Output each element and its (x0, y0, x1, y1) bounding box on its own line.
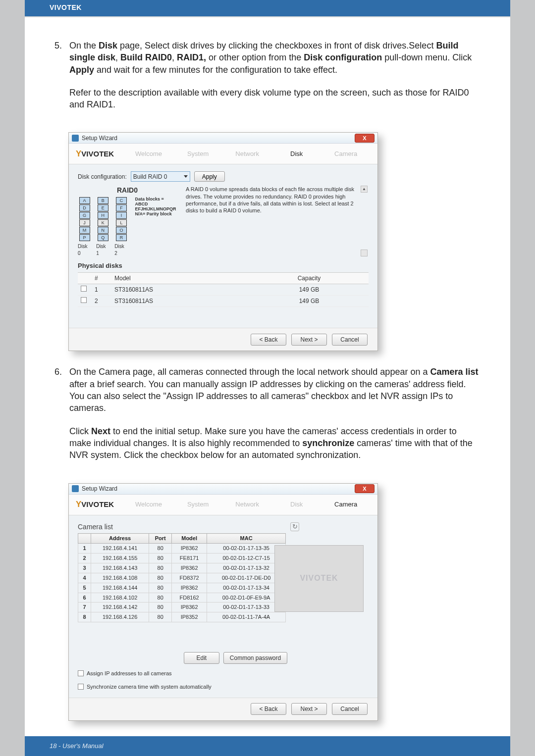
refresh-icon[interactable]: ↻ (290, 522, 299, 531)
tab-welcome[interactable]: Welcome (124, 500, 173, 509)
table-row[interactable]: 1192.168.4.14180IP836200-02-D1-17-13-35 (78, 544, 286, 554)
table-row[interactable]: 2ST3160811AS149 GB (78, 296, 369, 307)
cancel-button[interactable]: Cancel (332, 703, 368, 715)
chevron-down-icon (184, 175, 188, 178)
disk-config-dropdown[interactable]: Build RAID 0 (131, 171, 190, 182)
table-row[interactable]: 5192.168.4.14480IP836200-02-D1-17-13-34 (78, 583, 286, 593)
app-icon (72, 135, 79, 142)
cancel-button[interactable]: Cancel (332, 334, 368, 346)
checkbox-sync-time[interactable] (78, 684, 84, 690)
logo: YVIVOTEK (76, 149, 114, 160)
table-row[interactable]: 8192.168.4.12680IP835200-02-D1-11-7A-4A (78, 612, 286, 622)
step6-para1: On the Camera page, all cameras connecte… (69, 366, 481, 414)
disk-config-label: Disk configuration: (78, 173, 127, 181)
window-title: Setup Wizard (82, 134, 355, 142)
tab-camera[interactable]: Camera (321, 150, 371, 158)
tab-network[interactable]: Network (222, 150, 272, 158)
page-footer: 18 - User's Manual (25, 736, 510, 756)
next-button[interactable]: Next > (291, 334, 327, 346)
checkbox-assign-ip[interactable] (78, 670, 84, 676)
table-row[interactable]: 3192.168.4.14380IP836200-02-D1-17-13-32 (78, 563, 286, 573)
table-row[interactable]: 2192.168.4.15580FE817100-02-D1-12-C7-15 (78, 554, 286, 563)
physical-disks-title: Physical disks (78, 261, 369, 270)
edit-button[interactable]: Edit (184, 652, 219, 664)
raid-description: A RAID 0 volume spreads data blocks of e… (186, 186, 369, 256)
common-password-button[interactable]: Common password (223, 652, 287, 664)
raid-diagram: RAID0 ADGJMP Disk 0 BEHKNQ Disk 1 (78, 186, 177, 256)
tab-camera[interactable]: Camera (321, 500, 371, 509)
camera-preview: VIVOTEK (274, 545, 364, 612)
table-row[interactable]: 6192.168.4.10280FD816200-02-D1-0F-E9-9A (78, 593, 286, 603)
step-5: 5. On the Disk page, Select disk drives … (54, 40, 481, 121)
table-row[interactable]: 4192.168.4.10880FD837200-02-D1-17-DE-D0 (78, 573, 286, 583)
step5-para1: On the Disk page, Select disk drives by … (69, 40, 481, 76)
scroll-down-icon[interactable] (361, 250, 368, 256)
tab-disk[interactable]: Disk (272, 150, 321, 158)
watermark: VIVOTEK (300, 573, 338, 584)
step-6: 6. On the Camera page, all cameras conne… (54, 366, 481, 472)
close-icon[interactable]: X (355, 484, 374, 493)
next-button[interactable]: Next > (291, 703, 327, 715)
brand-header: VIVOTEK (25, 0, 510, 16)
assign-ip-label: Assign IP addresses to all cameras (87, 670, 172, 677)
checkbox[interactable] (81, 286, 87, 292)
step5-para2: Refer to the description available with … (69, 87, 481, 111)
setup-wizard-disk: Setup Wizard X YVIVOTEK Welcome System N… (68, 132, 378, 351)
tab-network[interactable]: Network (222, 500, 272, 509)
back-button[interactable]: < Back (251, 703, 286, 715)
camera-list-table: Address Port Model MAC 1192.168.4.14180I… (78, 533, 286, 622)
setup-wizard-camera: Setup Wizard X YVIVOTEK Welcome System N… (68, 483, 378, 721)
step6-para2: Click Next to end the initial setup. Mak… (69, 425, 481, 461)
physical-disks-table: # Model Capacity 1ST3160811AS149 GB 2ST3… (78, 272, 369, 307)
table-row[interactable]: 7192.168.4.14280IP836200-02-D1-17-13-33 (78, 603, 286, 612)
checkbox[interactable] (81, 297, 87, 303)
tab-system[interactable]: System (173, 150, 223, 158)
sync-time-label: Synchronize camera time with system auto… (87, 683, 212, 691)
tab-system[interactable]: System (173, 500, 223, 509)
table-row[interactable]: 1ST3160811AS149 GB (78, 284, 369, 296)
logo: YVIVOTEK (76, 499, 114, 510)
window-title: Setup Wizard (82, 485, 355, 493)
tab-welcome[interactable]: Welcome (124, 150, 173, 158)
step-number: 5. (54, 40, 69, 121)
app-icon (72, 485, 79, 492)
back-button[interactable]: < Back (251, 334, 286, 346)
camera-list-title: Camera list (78, 522, 113, 532)
scroll-up-icon[interactable]: ▲ (361, 186, 368, 193)
close-icon[interactable]: X (355, 134, 374, 143)
apply-button[interactable]: Apply (194, 171, 225, 182)
step-number: 6. (54, 366, 69, 472)
tab-disk[interactable]: Disk (272, 500, 321, 509)
